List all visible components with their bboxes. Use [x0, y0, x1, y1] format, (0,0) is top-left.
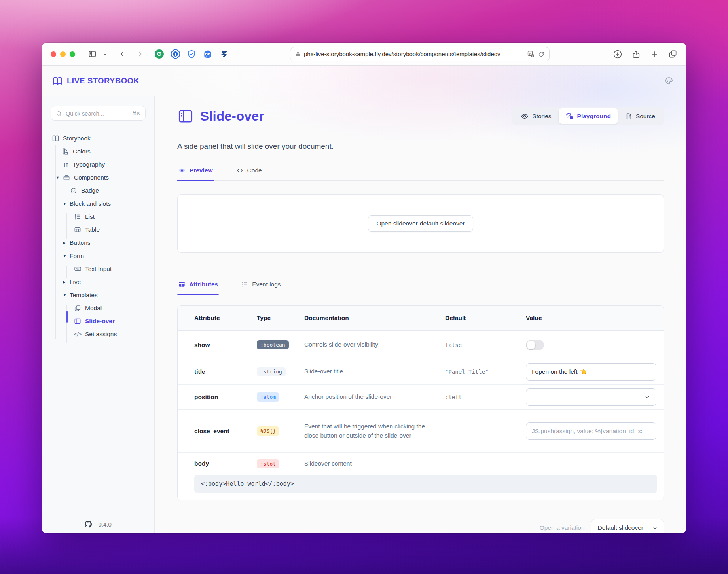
url-text: phx-live-storybook-sample.fly.dev/storyb…: [304, 51, 524, 57]
onepassword-extension-icon[interactable]: [171, 49, 180, 59]
lock-icon: [295, 51, 301, 57]
modal-icon: [74, 305, 82, 312]
tab-source[interactable]: Source: [618, 108, 662, 124]
sidebar-item-components[interactable]: ▼ Components: [51, 171, 146, 184]
traffic-lights: [51, 51, 75, 57]
table-row-title: title :string Slide-over title "Panel Ti…: [178, 359, 664, 385]
attributes-table-icon: [178, 280, 186, 288]
reload-icon[interactable]: [538, 51, 544, 57]
source-file-icon: [625, 113, 632, 120]
sidebar-item-text-input[interactable]: AB Text Input: [51, 262, 146, 275]
type-badge: :boolean: [257, 340, 289, 349]
table-icon: [74, 226, 82, 233]
downloads-icon[interactable]: [613, 49, 622, 59]
sidebar-item-form[interactable]: ▼ Form: [51, 249, 146, 262]
list-icon: [74, 213, 82, 220]
slot-code-block: <:body>Hello world</:body>: [194, 475, 657, 493]
swatch-icon: [61, 148, 69, 155]
close-window-button[interactable]: [51, 51, 56, 57]
tab-code[interactable]: Code: [235, 167, 263, 180]
sidebar-item-colors[interactable]: Colors: [51, 145, 146, 158]
column-header-value: Value: [526, 314, 657, 322]
minimize-window-button[interactable]: [60, 51, 66, 57]
attribute-name: body: [194, 460, 257, 467]
app-logo[interactable]: LIVE STORYBOOK: [52, 76, 139, 86]
sidebar-item-list[interactable]: List: [51, 210, 146, 223]
sidebar-item-slide-over[interactable]: Slide-over: [51, 314, 146, 328]
playground-icon: [566, 112, 574, 120]
sidebar-item-buttons[interactable]: ▶ Buttons: [51, 236, 146, 249]
attribute-doc: Anchor position of the slide-over: [304, 392, 445, 401]
attribute-default: "Panel Title": [445, 369, 526, 375]
adguard-extension-icon[interactable]: [187, 49, 196, 59]
surfshark-extension-icon[interactable]: [219, 49, 229, 59]
storybook-app: LIVE STORYBOOK Quick search... ⌘K: [42, 66, 686, 533]
svg-text:G: G: [157, 51, 161, 57]
tab-preview[interactable]: Preview: [177, 167, 214, 180]
typography-icon: TT: [61, 161, 69, 168]
variation-label: Open a variation: [540, 524, 585, 531]
sidebar-chevron-icon[interactable]: [99, 48, 111, 60]
book-icon: [52, 76, 63, 86]
grammarly-extension-icon[interactable]: G: [154, 49, 164, 59]
tab-attributes[interactable]: Attributes: [177, 280, 219, 294]
translate-icon[interactable]: A文: [527, 50, 535, 58]
tab-event-logs[interactable]: Event logs: [240, 280, 281, 294]
sidebar-item-live[interactable]: ▶ Live: [51, 275, 146, 288]
position-value-select[interactable]: [526, 388, 656, 406]
sidebar-item-table[interactable]: Table: [51, 223, 146, 236]
search-input[interactable]: Quick search... ⌘K: [51, 106, 146, 121]
robot-extension-icon[interactable]: [203, 49, 213, 59]
sidebar-item-badge[interactable]: Badge: [51, 184, 146, 197]
sidebar-toggle-icon[interactable]: [86, 48, 98, 60]
app-logo-text: LIVE STORYBOOK: [67, 76, 139, 85]
column-header-type: Type: [257, 314, 304, 322]
share-icon[interactable]: [632, 50, 641, 59]
svg-text:文: 文: [531, 54, 534, 57]
slide-over-page-icon: [177, 108, 194, 124]
caret-down-icon: ▼: [56, 176, 63, 180]
theme-palette-button[interactable]: [662, 74, 676, 87]
caret-right-icon: ▶: [63, 241, 70, 245]
version-text: - 0.4.0: [95, 521, 112, 528]
version-info: - 0.4.0: [42, 521, 154, 528]
slide-over-icon: [74, 318, 82, 325]
table-row-body: body :slot Slideover content <:body>Hell…: [178, 453, 664, 493]
caret-down-icon: ▼: [63, 254, 70, 258]
book-icon: [51, 135, 59, 142]
attribute-name: position: [194, 394, 257, 401]
chevron-down-icon: [652, 525, 658, 531]
chevron-down-icon: [644, 394, 650, 400]
sidebar-item-set-assigns[interactable]: </> Set assigns: [51, 328, 146, 341]
sidebar-item-templates[interactable]: ▼ Templates: [51, 288, 146, 301]
forward-button[interactable]: [134, 48, 146, 60]
type-badge: :atom: [257, 392, 279, 402]
variation-select[interactable]: Default slideover: [591, 519, 664, 533]
sidebar-item-storybook[interactable]: Storybook: [51, 132, 146, 145]
tab-overview-icon[interactable]: [668, 49, 677, 59]
attribute-name: title: [194, 368, 257, 375]
address-bar[interactable]: phx-live-storybook-sample.fly.dev/storyb…: [290, 47, 550, 61]
preview-eye-icon: [178, 167, 186, 174]
sidebar-item-typography[interactable]: TT Typography: [51, 158, 146, 171]
close-event-value-input[interactable]: [526, 422, 656, 440]
new-tab-icon[interactable]: [650, 50, 659, 59]
table-row-position: position :atom Anchor position of the sl…: [178, 385, 664, 410]
back-button[interactable]: [116, 48, 128, 60]
show-toggle[interactable]: [526, 340, 544, 350]
page-title: Slide-over: [200, 109, 264, 124]
zoom-window-button[interactable]: [70, 51, 75, 57]
tab-playground[interactable]: Playground: [559, 108, 618, 124]
tab-stories[interactable]: Stories: [514, 108, 558, 124]
sidebar-tree: Storybook Colors TT Typography ▼ Compone…: [51, 132, 146, 341]
title-value-input[interactable]: [526, 363, 656, 381]
sidebar-item-modal[interactable]: Modal: [51, 301, 146, 314]
github-icon[interactable]: [85, 521, 92, 528]
type-badge: %JS{}: [257, 426, 279, 436]
open-slideover-button[interactable]: Open slideover-default-slideover: [368, 215, 473, 232]
sidebar-item-block-and-slots[interactable]: ▼ Block and slots: [51, 197, 146, 210]
sidebar: Quick search... ⌘K Storybook Co: [42, 96, 155, 533]
attribute-name: show: [194, 341, 257, 349]
svg-text:AB: AB: [76, 268, 78, 270]
view-switcher: Stories Playground Source: [512, 107, 664, 125]
